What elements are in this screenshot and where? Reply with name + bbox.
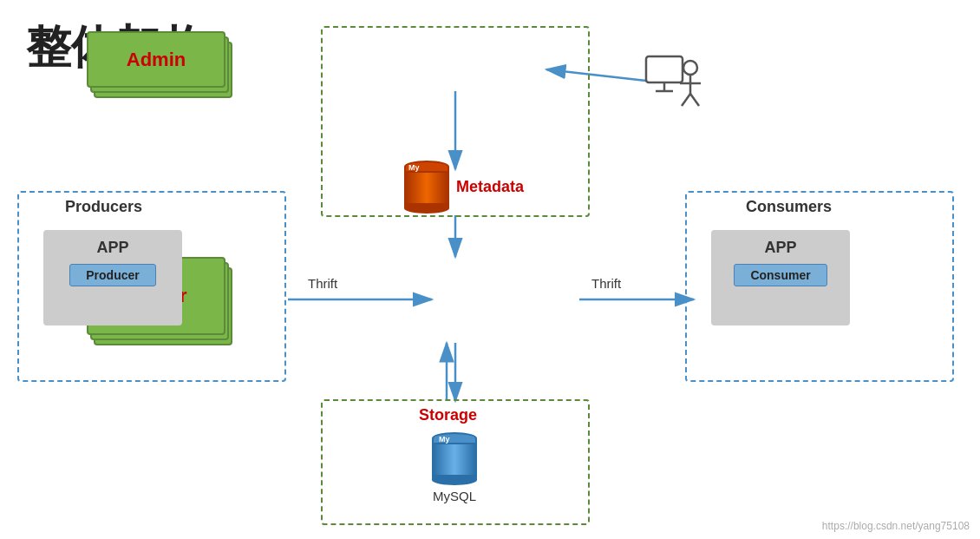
consumer-app-box: APP Consumer [711,230,850,325]
storage-section-label: Storage [419,406,477,424]
thrift-right-label: Thrift [591,276,621,291]
watermark: https://blog.csdn.net/yang75108 [822,520,970,532]
metadata-db-icon: My Metadata [404,161,524,214]
mysql-label: MySQL [433,489,476,503]
producer-app-label: APP [96,239,128,257]
thrift-left-label: Thrift [308,276,337,291]
admin-card-front: Admin [87,31,225,88]
svg-line-16 [690,94,699,106]
svg-point-12 [683,61,697,75]
admin-label: Admin [88,49,224,71]
producer-app-box: APP Producer [43,230,182,325]
svg-rect-9 [646,56,683,82]
metadata-label: Metadata [456,178,524,196]
producers-section-label: Producers [65,198,142,216]
person-computer-icon [642,52,702,113]
svg-line-15 [682,94,690,106]
consumers-section-label: Consumers [746,198,832,216]
mysql-db-icon: My MySQL [432,432,477,503]
consumer-inner-btn: Consumer [734,264,826,286]
consumer-app-label: APP [764,239,796,257]
producer-inner-btn: Producer [69,264,155,286]
